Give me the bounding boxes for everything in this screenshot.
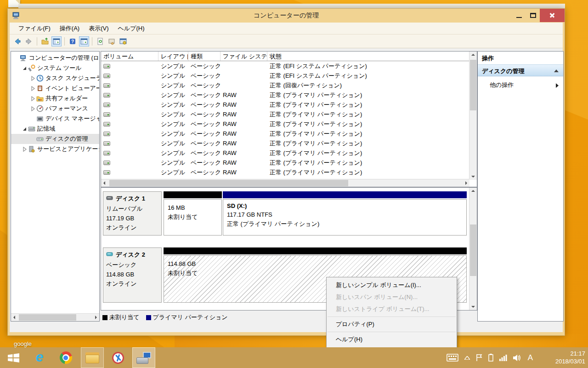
tree-item-1[interactable]: システム ツール	[11, 63, 99, 73]
disk-status: オンライン	[106, 224, 158, 232]
action-center-flag-icon[interactable]	[476, 354, 482, 362]
volume-cell-fs: RAW	[220, 121, 267, 127]
show-hidden-icons-chevron[interactable]	[464, 356, 470, 360]
tree-item-4[interactable]: 共有フォルダー	[11, 93, 99, 104]
volume-speaker-icon[interactable]	[513, 354, 522, 362]
disk-label-box[interactable]: ディスク 2ベーシック114.88 GBオンライン	[103, 247, 162, 303]
volume-cell-fs: RAW	[220, 150, 267, 156]
computer-management-button[interactable]	[132, 347, 155, 368]
scrollbar-thumb[interactable]	[109, 180, 348, 186]
start-button[interactable]	[0, 347, 27, 368]
column-header-1[interactable]: レイアウト	[158, 52, 188, 61]
tree-item-7[interactable]: 記憶域	[11, 124, 99, 134]
back-button[interactable]	[12, 36, 23, 46]
maximize-button[interactable]	[526, 9, 540, 22]
partition-0-1[interactable]: SD (X:)117.17 GB NTFS正常 (プライマリ パーティション)	[223, 191, 467, 236]
expander-collapsed-icon[interactable]	[29, 105, 36, 112]
tree-item-3[interactable]: イベント ビューアー	[11, 83, 99, 93]
tree-horizontal-scrollbar[interactable]	[11, 313, 99, 321]
partition-body[interactable]: SD (X:)117.17 GB NTFS正常 (プライマリ パーティション)	[223, 199, 467, 236]
volume-list-horizontal-scrollbar[interactable]	[101, 179, 469, 187]
services-icon	[28, 145, 35, 153]
taskbar-clock[interactable]: 21:17 2018/03/01	[555, 350, 585, 365]
battery-icon[interactable]	[488, 354, 493, 362]
tree-item-2[interactable]: タスク スケジューラ	[11, 73, 99, 83]
snipping-tool-button[interactable]	[106, 347, 130, 368]
volume-row-11[interactable]: シンプルベーシックRAW正常 (プライマリ パーティション)	[101, 167, 477, 177]
volume-row-3[interactable]: シンプルベーシックRAW正常 (プライマリ パーティション)	[101, 90, 477, 100]
volume-row-1[interactable]: シンプルベーシック正常 (EFI システム パーティション)	[101, 71, 477, 80]
partition-info-line: 16 MB	[168, 204, 218, 211]
context-menu-item-4[interactable]: プロパティ(P)	[327, 318, 457, 330]
volume-cell-type: ベーシック	[188, 101, 220, 109]
network-signal-icon[interactable]	[499, 354, 507, 361]
volume-row-9[interactable]: シンプルベーシックRAW正常 (プライマリ パーティション)	[101, 148, 477, 158]
volume-row-7[interactable]: シンプルベーシックRAW正常 (プライマリ パーティション)	[101, 129, 477, 138]
column-header-4[interactable]: 状態	[267, 52, 477, 61]
menu-item-0[interactable]: ファイル(F)	[14, 23, 55, 34]
volume-row-6[interactable]: シンプルベーシックRAW正常 (プライマリ パーティション)	[101, 119, 477, 129]
tree-item-5[interactable]: パフォーマンス	[11, 104, 99, 114]
scrollbar-thumb[interactable]	[19, 314, 76, 321]
internet-explorer-button[interactable]: e	[27, 347, 52, 368]
chrome-button[interactable]	[52, 347, 79, 368]
more-actions-item[interactable]: 他の操作	[478, 79, 563, 90]
expander-expanded-icon[interactable]	[21, 126, 28, 132]
scrollbar-thumb[interactable]	[470, 224, 476, 276]
scrollbar-thumb[interactable]	[470, 60, 476, 110]
console-tree-toggle-button[interactable]	[51, 36, 62, 46]
menu-separator	[328, 316, 456, 317]
expander-collapsed-icon[interactable]	[21, 146, 28, 152]
column-header-3[interactable]: ファイル システム	[220, 52, 267, 61]
volume-cell-status: 正常 (プライマリ パーティション)	[267, 91, 477, 99]
collapse-icon[interactable]	[554, 69, 559, 72]
tree-item-9[interactable]: サービスとアプリケーション	[11, 144, 99, 154]
volume-row-5[interactable]: シンプルベーシックRAW正常 (プライマリ パーティション)	[101, 109, 477, 119]
file-explorer-button[interactable]	[81, 347, 104, 368]
close-button[interactable]	[540, 9, 565, 22]
context-menu-item-6[interactable]: ヘルプ(H)	[327, 334, 457, 345]
expander-collapsed-icon[interactable]	[29, 75, 36, 81]
properties-button[interactable]	[107, 36, 117, 46]
volume-drive-icon	[103, 83, 110, 88]
export-button[interactable]	[40, 36, 50, 46]
volume-row-8[interactable]: シンプルベーシックRAW正常 (プライマリ パーティション)	[101, 138, 477, 148]
volume-cell-type: ベーシック	[188, 62, 220, 70]
volume-drive-icon	[103, 141, 110, 146]
expander-collapsed-icon[interactable]	[29, 95, 36, 102]
manage-button[interactable]	[118, 36, 128, 46]
menu-item-1[interactable]: 操作(A)	[56, 23, 84, 34]
disk-kind: リムーバブル	[106, 205, 158, 213]
volume-list-vertical-scrollbar[interactable]	[469, 52, 477, 180]
context-menu-item-1: 新しいスパン ボリューム(N)...	[327, 291, 457, 303]
actions-group-disk-management[interactable]: ディスクの管理	[478, 64, 563, 76]
ime-language-indicator[interactable]: A	[528, 353, 533, 362]
tree-item-0[interactable]: コンピューターの管理 (ローカ	[11, 53, 99, 63]
export-icon	[41, 38, 49, 45]
help-button[interactable]: ?	[68, 36, 78, 46]
disk-label-box[interactable]: ディスク 1リムーバブル117.19 GBオンライン	[103, 191, 162, 236]
expander-expanded-icon[interactable]	[21, 65, 28, 71]
expander-collapsed-icon[interactable]	[29, 85, 36, 92]
volume-row-0[interactable]: シンプルベーシック正常 (EFI システム パーティション)	[101, 61, 477, 71]
desktop-icon-label[interactable]: google	[14, 340, 32, 347]
system-tools-icon	[28, 64, 35, 72]
action-pane-toggle-button[interactable]	[79, 36, 89, 46]
refresh-button[interactable]	[95, 36, 105, 46]
context-menu-item-0[interactable]: 新しいシンプル ボリューム(I)...	[327, 279, 457, 291]
tree-item-6[interactable]: デバイス マネージャー	[11, 114, 99, 124]
column-header-2[interactable]: 種類	[188, 52, 220, 61]
menu-item-3[interactable]: ヘルプ(H)	[114, 23, 149, 34]
column-header-0[interactable]: ボリューム	[101, 52, 158, 61]
tree-item-8[interactable]: ディスクの管理	[11, 134, 99, 144]
partition-body[interactable]: 16 MB未割り当て	[164, 199, 222, 236]
touch-keyboard-icon[interactable]	[447, 354, 458, 362]
forward-button[interactable]	[24, 36, 34, 46]
minimize-button[interactable]	[512, 9, 526, 22]
volume-row-4[interactable]: シンプルベーシックRAW正常 (プライマリ パーティション)	[101, 100, 477, 109]
disk-view-vertical-scrollbar[interactable]	[469, 188, 477, 310]
volume-row-10[interactable]: シンプルベーシックRAW正常 (プライマリ パーティション)	[101, 158, 477, 167]
volume-row-2[interactable]: シンプルベーシック正常 (回復パーティション)	[101, 80, 477, 90]
menu-item-2[interactable]: 表示(V)	[85, 23, 113, 34]
partition-0-0[interactable]: 16 MB未割り当て	[164, 191, 222, 236]
